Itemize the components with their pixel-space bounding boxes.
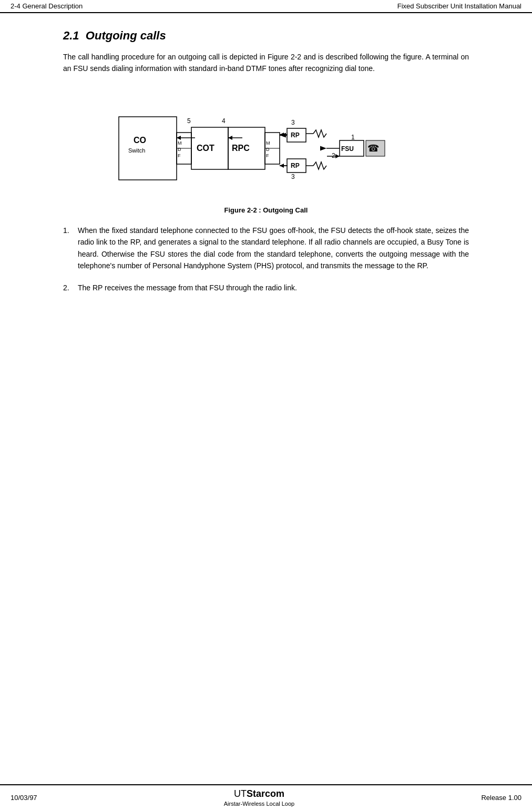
- svg-text:☎: ☎: [367, 143, 379, 154]
- diagram-svg: CO Switch M D F COT RPC M D F: [114, 90, 418, 196]
- svg-text:D: D: [178, 147, 181, 152]
- svg-text:RPC: RPC: [232, 144, 250, 153]
- svg-text:Switch: Switch: [128, 147, 145, 154]
- page-header: 2-4 General Description Fixed Subscriber…: [0, 0, 532, 13]
- diagram-wrapper: CO Switch M D F COT RPC M D F: [63, 90, 469, 196]
- footer-right: Release 1.00: [481, 794, 521, 802]
- section-title: Outgoing calls: [86, 29, 166, 42]
- intro-paragraph: The call handling procedure for an outgo…: [63, 51, 469, 75]
- svg-text:5: 5: [187, 117, 191, 125]
- list-item-2-number: 2.: [63, 282, 78, 293]
- svg-text:F: F: [178, 153, 181, 158]
- svg-rect-0: [119, 117, 177, 180]
- svg-text:FSU: FSU: [341, 145, 354, 153]
- svg-text:M: M: [178, 140, 182, 146]
- footer-tagline: Airstar-Wireless Local Loop: [37, 801, 482, 807]
- step-list: 1. When the fixed standard telephone con…: [63, 225, 469, 294]
- list-item-2: 2. The RP receives the message from that…: [63, 282, 469, 293]
- header-right: Fixed Subscriber Unit Installation Manua…: [397, 2, 521, 10]
- svg-text:2: 2: [332, 152, 335, 159]
- svg-marker-45: [280, 164, 284, 168]
- list-item-1-text: When the fixed standard telephone connec…: [78, 225, 469, 272]
- svg-text:RP: RP: [291, 131, 300, 139]
- svg-marker-47: [335, 154, 340, 158]
- svg-text:COT: COT: [197, 144, 214, 153]
- svg-text:4: 4: [222, 117, 226, 125]
- svg-text:1: 1: [351, 134, 355, 141]
- svg-text:M: M: [266, 140, 270, 146]
- footer-center: UTStarcom Airstar-Wireless Local Loop: [37, 788, 482, 807]
- footer-left: 10/03/97: [11, 794, 37, 802]
- main-content: 2.1 Outgoing calls The call handling pro…: [0, 13, 532, 347]
- header-left: 2-4 General Description: [11, 2, 83, 10]
- section-heading: 2.1 Outgoing calls: [63, 29, 469, 43]
- footer-logo: UTStarcom: [37, 788, 482, 799]
- page-footer: 10/03/97 UTStarcom Airstar-Wireless Loca…: [0, 784, 532, 810]
- figure-caption: Figure 2-2 : Outgoing Call: [63, 206, 469, 214]
- section-number: 2.1: [63, 29, 79, 42]
- outgoing-call-diagram: CO Switch M D F COT RPC M D F: [114, 90, 418, 196]
- svg-text:RP: RP: [291, 162, 300, 169]
- svg-text:CO: CO: [134, 136, 146, 145]
- svg-text:D: D: [266, 147, 270, 152]
- list-item-2-text: The RP receives the message from that FS…: [78, 282, 469, 293]
- svg-text:3: 3: [291, 173, 295, 180]
- list-item-1-number: 1.: [63, 225, 78, 236]
- svg-marker-39: [177, 136, 181, 140]
- svg-marker-43: [280, 133, 284, 137]
- list-item-1: 1. When the fixed standard telephone con…: [63, 225, 469, 272]
- logo-star: Starcom: [247, 788, 284, 799]
- svg-marker-41: [228, 136, 232, 140]
- svg-text:F: F: [266, 153, 269, 158]
- logo-ut: UT: [234, 788, 247, 799]
- svg-text:3: 3: [291, 119, 295, 126]
